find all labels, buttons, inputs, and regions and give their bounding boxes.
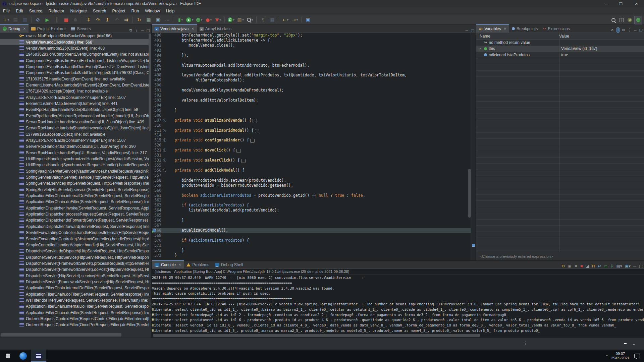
stack-frame-row[interactable]: SpringVaadinServletService(VaadinService… xyxy=(0,168,149,174)
editor-vertical-scrollbar[interactable] xyxy=(468,169,471,218)
variable-row[interactable]: adicionarListaProdutostrue xyxy=(476,52,644,58)
stack-frame-row[interactable]: DispatcherServlet(FrameworkServlet).proc… xyxy=(0,260,149,266)
code-line[interactable]: 504 xyxy=(152,103,471,108)
close-icon[interactable]: ✕ xyxy=(178,263,181,266)
terminate-console-icon[interactable]: ■ xyxy=(580,264,583,268)
stack-frame-row[interactable]: DispatcherServlet(FrameworkServlet).doPo… xyxy=(0,266,149,273)
tab-debug[interactable]: Debug✕ xyxy=(0,24,29,33)
code-line[interactable]: 558 binderProdutoVendido.setBean(produto… xyxy=(152,178,471,183)
stack-frame-row[interactable]: DispatcherServlet.doService(HttpServletR… xyxy=(0,254,149,260)
search-icon[interactable] xyxy=(610,16,617,24)
menu-run[interactable]: Run xyxy=(128,7,142,15)
code-line[interactable]: 567 xyxy=(152,223,471,228)
code-line[interactable]: 570 if (adicionarListaProdutos) { xyxy=(152,238,471,243)
folded-region-box[interactable]: ‥ xyxy=(250,139,255,143)
step-return-button[interactable]: ↥ xyxy=(103,16,112,24)
stack-frame-row[interactable]: DispatcherServlet(HttpServlet).service(H… xyxy=(0,273,149,279)
overflow-button[interactable]: ⋯ xyxy=(163,16,172,24)
code-line[interactable]: 555 xyxy=(152,163,471,168)
code-line[interactable]: 499 hltBarraBotoesModal); xyxy=(152,78,471,83)
code-line[interactable]: 501 modalVendas.add(layoutVendaDeProduto… xyxy=(152,88,471,93)
resume-button[interactable]: ▶ xyxy=(43,16,52,24)
code-line[interactable]: 560 xyxy=(152,188,471,193)
stack-frame-row[interactable]: SpringServlet.service(HttpServletRequest… xyxy=(0,180,149,186)
folded-region-box[interactable]: ‥ xyxy=(236,149,241,153)
open-console-icon[interactable]: ▣▾ xyxy=(625,264,631,268)
menu-help[interactable]: Help xyxy=(163,7,178,15)
back-button[interactable]: ←▾ xyxy=(281,16,290,24)
code-line[interactable]: 503 valores.add(txtValorTotalDoItem); xyxy=(152,98,471,103)
tab-debug-shell[interactable]: Debug Shell xyxy=(212,261,246,268)
view-menu-icon[interactable]: ⋮ xyxy=(628,28,631,32)
code-line[interactable]: 561 boolean adicionarListaProdutos = pro… xyxy=(152,193,471,198)
stack-frame-row[interactable]: WsFilter.doFilter(ServletRequest, Servle… xyxy=(0,297,149,303)
restart-console-icon[interactable]: ↻ xyxy=(561,264,565,268)
stack-frame-row[interactable]: ServletForwardingController(AbstractCont… xyxy=(0,236,149,242)
menu-navigate[interactable]: Navigate xyxy=(67,7,90,15)
close-icon[interactable]: ✕ xyxy=(23,27,25,31)
stack-frame-row[interactable]: EventRpcHandler.handleNode(StateNode, Js… xyxy=(0,107,149,113)
open-search-button[interactable]: ▾ xyxy=(246,16,254,24)
close-window-button[interactable]: ✕ xyxy=(629,0,644,7)
pin-console-icon[interactable]: ⇩ xyxy=(610,264,613,268)
tab-variables[interactable]: x=Variables✕ xyxy=(476,24,509,33)
code-line[interactable]: 494 }); xyxy=(152,53,471,58)
show-whitespace-button[interactable]: ¶ xyxy=(259,16,267,24)
stack-frame-row[interactable]: OrderedRequestContextFilter(OncePerReque… xyxy=(0,322,149,328)
fold-plus-icon[interactable]: + xyxy=(163,148,166,152)
refresh-button[interactable]: ↻ xyxy=(135,16,144,24)
code-line[interactable]: 507+ private void atualizaGrdVenda() {‥ xyxy=(152,118,471,123)
stack-frame-row[interactable]: ApplicationFilterChain.doFilter(ServletR… xyxy=(0,291,149,297)
overflow-ellipsis-icon[interactable]: ⋮ xyxy=(523,341,528,346)
stack-frame-row[interactable]: ServerRpcHandler.handleInvocationData(UI… xyxy=(0,119,149,125)
standard-streams-icon[interactable]: ▭ xyxy=(604,264,607,268)
code-line[interactable]: 568 atualizaGridModal(); xyxy=(152,228,471,233)
column-divider[interactable] xyxy=(559,33,559,252)
code-line[interactable]: 502 xyxy=(152,93,471,98)
code-line[interactable]: 497 xyxy=(152,68,471,73)
code-line[interactable]: 572 } xyxy=(152,248,471,253)
code-line[interactable]: 514 xyxy=(152,133,471,138)
maximize-icon[interactable]: ▢ xyxy=(639,264,643,268)
external-tools-button[interactable]: ▼▾ xyxy=(214,16,222,24)
tab-expressions[interactable]: ••Expressions xyxy=(540,25,572,33)
tab-breakpoints[interactable]: Breakpoints xyxy=(509,25,540,33)
tab-problems[interactable]: Problems xyxy=(184,261,212,268)
taskbar-browser-button[interactable] xyxy=(15,350,31,362)
stack-frame-row[interactable]: SpringServlet(VaadinServlet).service(Htt… xyxy=(0,174,149,180)
variable-row[interactable]: ↪no method return value xyxy=(476,40,644,46)
stack-frame-row[interactable]: ElementListenerMap.lambda$fireEvent$2(Do… xyxy=(0,82,149,88)
code-line[interactable]: 573 } xyxy=(152,253,471,257)
display-console-icon[interactable]: ▤▾ xyxy=(616,264,622,268)
block-selection-button[interactable]: ▦ xyxy=(268,16,277,24)
stack-frame-row[interactable]: EventRpcHandler(AbstractRpcInvocationHan… xyxy=(0,113,149,119)
code-line[interactable]: 557 xyxy=(152,173,471,178)
code-line[interactable]: 492 modalVendas.close(); xyxy=(152,43,471,48)
stack-frame-row[interactable]: ApplicationFilterChain.doFilter(ServletR… xyxy=(0,199,149,205)
new-class-button[interactable]: C▾ xyxy=(227,16,235,24)
folded-region-box[interactable]: ‥ xyxy=(241,159,246,163)
stack-frame-row[interactable]: ServletForwardingController.handleReques… xyxy=(0,230,149,236)
maximize-icon[interactable]: ▢ xyxy=(147,28,150,33)
clear-console-icon[interactable]: ◪ xyxy=(585,264,589,268)
stack-frame-row[interactable]: ServerRpcHandler.handleRpc(UI, Reader, V… xyxy=(0,150,149,156)
run-button[interactable]: ▶▾ xyxy=(185,16,194,24)
server-publish-button[interactable]: ▦ xyxy=(144,16,153,24)
open-terminal-button[interactable]: ▣ xyxy=(304,16,312,24)
folded-region-box[interactable]: ‥ xyxy=(253,119,257,123)
stack-horizontal-scrollbar[interactable] xyxy=(1,333,121,337)
minimize-icon[interactable]: ─ xyxy=(141,28,144,33)
menu-search[interactable]: Search xyxy=(90,7,109,15)
fold-plus-icon[interactable]: + xyxy=(163,129,166,132)
maximize-icon[interactable]: ▢ xyxy=(471,28,474,33)
menu-project[interactable]: Project xyxy=(109,7,128,15)
code-line[interactable]: 520 xyxy=(152,143,471,148)
code-line[interactable]: 532+ private void salvarClick() {‥ xyxy=(152,158,471,163)
code-line[interactable]: 495 xyxy=(152,58,471,63)
stack-frame-row[interactable]: owns: NioEndpoint$NioSocketWrapper (id=1… xyxy=(0,33,149,39)
stack-frame-row[interactable]: ApplicationFilterChain.internalDoFilter(… xyxy=(0,303,149,309)
tab-servers[interactable]: Servers xyxy=(68,25,93,33)
server-debug-button[interactable]: ▣ xyxy=(154,16,162,24)
code-line[interactable]: 496 hltBarraBotoesModal.add(btnAddProdut… xyxy=(152,63,471,68)
variable-row[interactable]: ▸thisVendaView (id=167) xyxy=(476,46,644,52)
